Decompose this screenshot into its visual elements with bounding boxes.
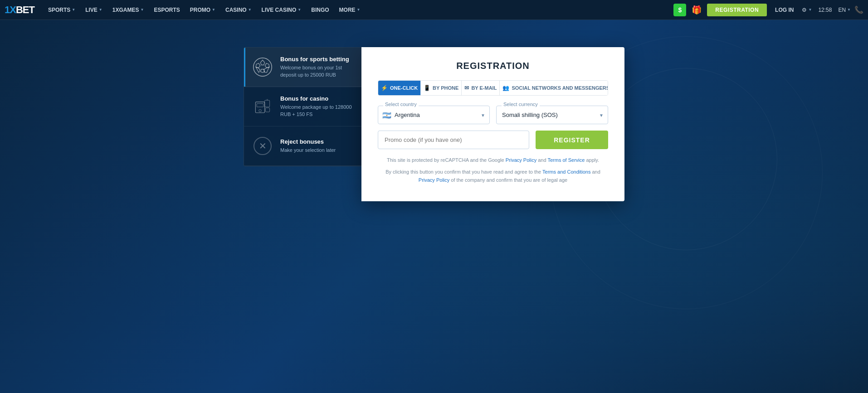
email-tab-icon: ✉ (464, 85, 469, 91)
terms-of-service-link[interactable]: Terms of Service (547, 157, 585, 163)
gift-icon[interactable]: 🎁 (690, 3, 703, 17)
casino-bonus-text: Bonus for casino Welcome package up to 1… (280, 95, 354, 118)
casino-bonus-icon (251, 95, 274, 118)
nav-sports[interactable]: SPORTS ▼ (44, 4, 80, 16)
bonus-item-reject[interactable]: ✕ Reject bonuses Make your selection lat… (244, 126, 361, 166)
reject-bonus-text: Reject bonuses Make your selection later (280, 138, 354, 154)
logo[interactable]: 1XBET (5, 4, 34, 16)
settings-arrow-icon: ▼ (808, 8, 812, 12)
bonus-item-sports[interactable]: Bonus for sports betting Welcome bonus o… (244, 48, 361, 87)
promo-register-row: REGISTER (378, 131, 608, 149)
svg-rect-11 (265, 100, 270, 107)
privacy-policy-terms-link[interactable]: Privacy Policy (419, 177, 449, 183)
sports-arrow-icon: ▼ (72, 8, 75, 12)
nav-live-casino[interactable]: LIVE CASINO ▼ (257, 4, 306, 16)
nav-more[interactable]: MORE ▼ (335, 4, 365, 16)
nav-bingo[interactable]: BINGO (307, 4, 333, 16)
login-button[interactable]: LOG IN (770, 4, 798, 16)
svg-point-10 (259, 109, 262, 112)
country-label: Select country (383, 102, 419, 107)
country-flag-icon: 🇦🇷 (382, 111, 391, 119)
currency-label: Select currency (502, 102, 540, 107)
nav-right: $ 🎁 REGISTRATION LOG IN ⚙ ▼ 12:58 EN ▼ 📞 (673, 3, 863, 17)
reject-bonus-icon: ✕ (251, 135, 274, 157)
tab-one-click[interactable]: ⚡ ONE-CLICK (378, 81, 421, 95)
language-selector[interactable]: EN ▼ (838, 7, 851, 13)
sports-bonus-desc: Welcome bonus on your 1st deposit up to … (280, 64, 354, 78)
phone-icon[interactable]: 📞 (854, 5, 863, 14)
clock-display: 12:58 (815, 7, 834, 13)
sports-bonus-title: Bonus for sports betting (280, 56, 354, 63)
registration-title: REGISTRATION (378, 61, 608, 71)
terms-notice: By clicking this button you confirm that… (378, 168, 608, 184)
svg-marker-5 (256, 67, 260, 73)
more-arrow-icon: ▼ (357, 8, 361, 12)
promo-arrow-icon: ▼ (212, 8, 215, 12)
svg-marker-2 (260, 60, 264, 65)
live-arrow-icon: ▼ (99, 8, 102, 12)
svg-rect-9 (257, 104, 263, 107)
reject-circle-icon: ✕ (254, 137, 272, 155)
terms-conditions-link[interactable]: Terms and Conditions (542, 169, 590, 175)
registration-modal: REGISTRATION ⚡ ONE-CLICK 📱 BY PHONE ✉ BY… (361, 47, 624, 201)
register-button[interactable]: REGISTER (536, 131, 608, 149)
casino-bonus-desc: Welcome package up to 128000 RUB + 150 F… (280, 104, 354, 118)
reject-bonus-title: Reject bonuses (280, 138, 354, 145)
nav-casino[interactable]: CASINO ▼ (221, 4, 256, 16)
nav-live[interactable]: LIVE ▼ (81, 4, 107, 16)
tab-by-phone[interactable]: 📱 BY PHONE (421, 81, 462, 95)
nav-1xgames[interactable]: 1XGAMES ▼ (108, 4, 149, 16)
dollar-button[interactable]: $ (673, 4, 686, 16)
gear-icon: ⚙ (802, 7, 807, 13)
live-casino-arrow-icon: ▼ (297, 8, 301, 12)
main-content: Bonus for sports betting Welcome bonus o… (0, 20, 868, 201)
1xgames-arrow-icon: ▼ (140, 8, 144, 12)
bonus-panel: Bonus for sports betting Welcome bonus o… (244, 47, 361, 166)
reject-bonus-desc: Make your selection later (280, 147, 354, 154)
recaptcha-notice: This site is protected by reCAPTCHA and … (378, 157, 608, 163)
tab-by-email[interactable]: ✉ BY E-MAIL (462, 81, 500, 95)
currency-field: Select currency Somali shilling (SOS) ▼ (496, 106, 608, 124)
nav-esports[interactable]: ESPORTS (149, 4, 184, 16)
sports-bonus-icon (251, 56, 274, 78)
casino-bonus-title: Bonus for casino (280, 95, 354, 102)
tab-social[interactable]: 👥 SOCIAL NETWORKS AND MESSENGERS (500, 81, 608, 95)
social-tab-icon: 👥 (502, 85, 509, 91)
nav-promo[interactable]: PROMO ▼ (185, 4, 220, 16)
bonus-item-casino[interactable]: Bonus for casino Welcome package up to 1… (244, 87, 361, 126)
header-register-button[interactable]: REGISTRATION (707, 4, 767, 16)
phone-tab-icon: 📱 (424, 85, 430, 91)
country-select[interactable]: Argentina (378, 106, 490, 124)
settings-button[interactable]: ⚙ ▼ (802, 7, 812, 13)
country-field: Select country 🇦🇷 Argentina ▼ (378, 106, 490, 124)
sports-bonus-text: Bonus for sports betting Welcome bonus o… (280, 56, 354, 78)
lang-arrow-icon: ▼ (847, 8, 851, 12)
promo-code-input[interactable] (378, 131, 529, 149)
currency-select[interactable]: Somali shilling (SOS) (496, 106, 608, 124)
country-currency-row: Select country 🇦🇷 Argentina ▼ Select cur… (378, 106, 608, 124)
casino-arrow-icon: ▼ (248, 8, 252, 12)
registration-tabs: ⚡ ONE-CLICK 📱 BY PHONE ✉ BY E-MAIL 👥 SOC… (378, 80, 608, 96)
svg-rect-12 (265, 108, 269, 112)
privacy-policy-link[interactable]: Privacy Policy (506, 157, 536, 163)
one-click-icon: ⚡ (381, 85, 388, 91)
logo-text: 1XBET (5, 4, 34, 16)
nav-items: SPORTS ▼ LIVE ▼ 1XGAMES ▼ ESPORTS PROMO … (44, 4, 673, 16)
navbar: 1XBET SPORTS ▼ LIVE ▼ 1XGAMES ▼ ESPORTS … (0, 0, 868, 20)
